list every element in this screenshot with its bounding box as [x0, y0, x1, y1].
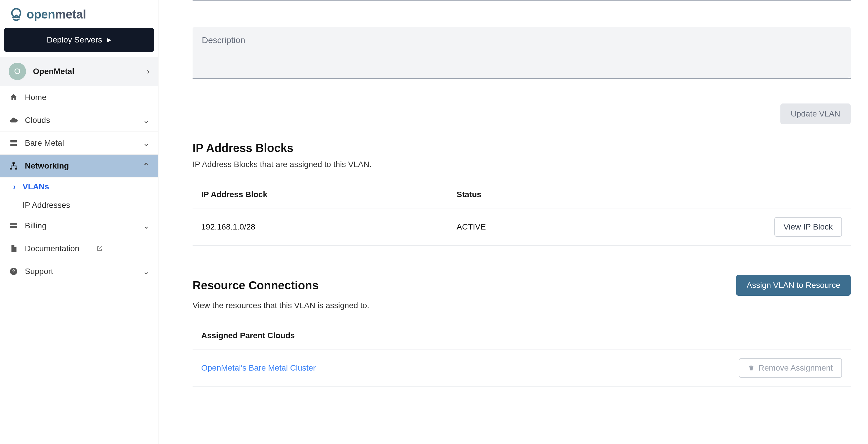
svg-rect-5 — [15, 168, 17, 169]
play-icon: ▶ — [107, 37, 111, 43]
chevron-right-icon: › — [147, 67, 150, 76]
col-actions — [590, 181, 851, 208]
resource-connections-title: Resource Connections — [192, 279, 319, 292]
assign-vlan-button[interactable]: Assign VLAN to Resource — [736, 275, 851, 296]
nav-label: Bare Metal — [25, 138, 64, 148]
subnav-label: VLANs — [23, 182, 49, 191]
svg-rect-2 — [10, 144, 17, 146]
org-avatar: O — [9, 63, 26, 80]
nav-label: Billing — [25, 221, 46, 230]
parent-cloud-link[interactable]: OpenMetal's Bare Metal Cluster — [201, 363, 316, 372]
brand-logo[interactable]: openmetal — [0, 0, 158, 28]
nav-clouds[interactable]: Clouds ⌄ — [0, 109, 158, 132]
nav-label: Documentation — [25, 244, 79, 253]
resource-connections-subtitle: View the resources that this VLAN is ass… — [192, 301, 851, 310]
view-ip-block-button[interactable]: View IP Block — [774, 217, 842, 237]
chevron-right-icon: › — [11, 182, 18, 191]
nav-networking[interactable]: Networking ⌃ — [0, 155, 158, 178]
resource-row: OpenMetal's Bare Metal Cluster Remove As… — [192, 349, 851, 387]
nav-baremetal[interactable]: Bare Metal ⌄ — [0, 132, 158, 155]
ip-block-value: 192.168.1.0/28 — [192, 208, 448, 246]
col-actions — [536, 322, 851, 349]
document-icon — [9, 244, 19, 254]
ip-blocks-subtitle: IP Address Blocks that are assigned to t… — [192, 160, 851, 169]
svg-rect-4 — [10, 168, 12, 169]
svg-text:?: ? — [12, 268, 15, 274]
nav-label: Clouds — [25, 116, 50, 125]
chevron-down-icon: ⌄ — [143, 138, 150, 148]
ip-block-row: 192.168.1.0/28 ACTIVE View IP Block — [192, 208, 851, 246]
org-name: OpenMetal — [33, 67, 140, 76]
help-icon: ? — [9, 266, 19, 276]
resource-connections-table: Assigned Parent Clouds OpenMetal's Bare … — [192, 322, 851, 387]
ip-blocks-table: IP Address Block Status 192.168.1.0/28 A… — [192, 181, 851, 246]
network-icon — [9, 161, 19, 171]
cloud-icon — [9, 115, 19, 125]
ip-block-status: ACTIVE — [448, 208, 590, 246]
chevron-up-icon: ⌃ — [143, 161, 150, 171]
chevron-down-icon: ⌄ — [143, 116, 150, 125]
deploy-label: Deploy Servers — [47, 35, 102, 44]
deploy-servers-button[interactable]: Deploy Servers ▶ — [4, 28, 154, 52]
credit-card-icon — [9, 221, 19, 231]
col-parent-clouds: Assigned Parent Clouds — [192, 322, 536, 349]
chevron-down-icon: ⌄ — [143, 267, 150, 276]
nav-label: Networking — [25, 161, 69, 170]
home-icon — [9, 93, 19, 102]
nav-label: Support — [25, 267, 53, 276]
nav-billing[interactable]: Billing ⌄ — [0, 215, 158, 237]
org-selector[interactable]: O OpenMetal › — [0, 57, 158, 86]
svg-rect-1 — [10, 140, 17, 142]
nav-support[interactable]: ? Support ⌄ — [0, 260, 158, 283]
server-icon — [9, 138, 19, 148]
ip-blocks-title: IP Address Blocks — [192, 141, 851, 155]
trash-icon — [748, 365, 754, 371]
subnav-ip-addresses[interactable]: IP Addresses — [0, 196, 158, 215]
nav-label: Home — [25, 93, 46, 102]
logo-icon — [9, 7, 24, 22]
main-content: Update VLAN IP Address Blocks IP Address… — [158, 0, 868, 444]
field-divider — [192, 0, 851, 1]
svg-rect-7 — [10, 225, 17, 226]
external-link-icon — [96, 245, 103, 252]
description-input[interactable] — [192, 27, 851, 79]
chevron-down-icon: ⌄ — [143, 221, 150, 231]
svg-rect-3 — [12, 162, 15, 164]
subnav-label: IP Addresses — [23, 201, 70, 210]
nav-documentation[interactable]: Documentation — [0, 237, 158, 260]
remove-assignment-button[interactable]: Remove Assignment — [739, 358, 842, 378]
logo-text: openmetal — [27, 7, 86, 21]
col-ip-block: IP Address Block — [192, 181, 448, 208]
networking-subnav: › VLANs IP Addresses — [0, 178, 158, 215]
update-vlan-button[interactable]: Update VLAN — [780, 103, 851, 124]
subnav-vlans[interactable]: › VLANs — [0, 178, 158, 196]
main-nav: Home Clouds ⌄ Bare Metal ⌄ — [0, 86, 158, 283]
col-status: Status — [448, 181, 590, 208]
sidebar: openmetal Deploy Servers ▶ O OpenMetal ›… — [0, 0, 158, 444]
remove-label: Remove Assignment — [758, 363, 833, 373]
nav-home[interactable]: Home — [0, 86, 158, 109]
